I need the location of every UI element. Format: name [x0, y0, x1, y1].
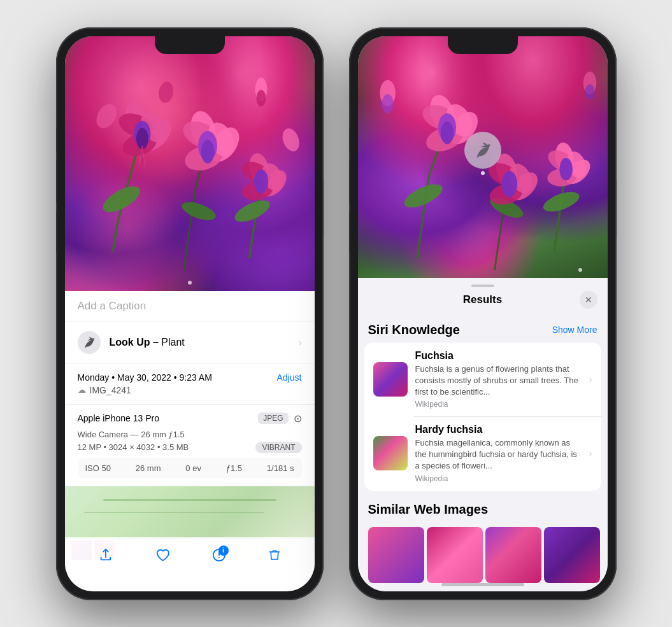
lookup-chevron: › [299, 337, 302, 348]
info-badge: i [218, 546, 229, 556]
mute-button[interactable] [56, 129, 57, 151]
right-notch [448, 36, 518, 54]
show-more-button[interactable]: Show More [552, 325, 597, 335]
vibrant-badge: VIBRANT [255, 442, 301, 453]
right-volume-up-button[interactable] [349, 161, 350, 202]
hardy-thumbnail [373, 436, 408, 470]
photo-area-right[interactable] [358, 36, 608, 278]
hardy-desc: Fuchsia magellanica, commonly known as t… [415, 437, 582, 472]
similar-images-title: Similar Web Images [368, 502, 489, 517]
exif-aperture: ƒ1.5 [226, 463, 242, 473]
trash-icon [268, 548, 281, 562]
bottom-toolbar: i [65, 539, 315, 571]
siri-knowledge-header: Siri Knowledge Show More [364, 316, 601, 342]
hardy-chevron: › [589, 448, 592, 458]
svg-point-55 [382, 94, 394, 113]
cloud-icon: ☁ [78, 385, 86, 395]
right-phone-screen: Results ✕ Siri Knowledge Show More [358, 36, 608, 591]
exif-shutter: 1/181 s [267, 463, 294, 473]
visual-lookup-button[interactable] [464, 132, 501, 169]
hardy-source: Wikipedia [415, 474, 582, 483]
home-indicator-right [441, 583, 524, 586]
results-panel: Results ✕ Siri Knowledge Show More [358, 278, 608, 591]
siri-knowledge-title: Siri Knowledge [368, 323, 460, 337]
home-indicator-left [148, 583, 231, 586]
page-indicator-right [578, 268, 582, 272]
page-indicator-left [188, 281, 192, 285]
caption-area[interactable]: Add a Caption [65, 291, 315, 322]
exif-focal: 26 mm [136, 463, 161, 473]
similar-image-4[interactable] [544, 527, 600, 583]
svg-point-19 [201, 139, 214, 163]
visual-lookup-dot [481, 171, 485, 175]
close-icon: ✕ [585, 295, 592, 305]
similar-image-2[interactable] [427, 527, 483, 583]
similar-image-3[interactable] [485, 527, 541, 583]
left-phone: Add a Caption Look Up – Plant › [56, 27, 324, 600]
meta-date: Monday • May 30, 2022 • 9:23 AM [78, 372, 212, 383]
right-mute-button[interactable] [349, 129, 350, 151]
device-badges: JPEG ⊙ [258, 412, 301, 425]
leaf-icon [83, 336, 96, 349]
fuchsia-chevron: › [589, 374, 592, 384]
similar-images-header: Similar Web Images [364, 496, 601, 522]
knowledge-card: Fuchsia Fuchsia is a genus of flowering … [364, 342, 601, 491]
info-button[interactable]: i [212, 548, 226, 562]
lookup-icon-circle [78, 331, 101, 354]
left-phone-screen: Add a Caption Look Up – Plant › [65, 36, 315, 591]
svg-point-2 [231, 196, 272, 226]
right-volume-down-button[interactable] [349, 212, 350, 253]
exif-ev: 0 ev [185, 463, 201, 473]
camera-details: Wide Camera — 26 mm ƒ1.5 [78, 430, 302, 439]
hardy-name: Hardy fuchsia [415, 424, 582, 435]
svg-point-30 [157, 80, 175, 104]
format-badge: JPEG [258, 412, 288, 424]
results-content: Siri Knowledge Show More Fuchsia Fuchsia… [358, 316, 608, 591]
svg-point-25 [254, 169, 268, 193]
similar-image-1[interactable] [368, 527, 424, 583]
exif-iso: ISO 50 [85, 463, 111, 473]
power-button[interactable] [323, 180, 324, 237]
svg-point-47 [501, 171, 517, 197]
info-badge-text: i [222, 547, 224, 554]
meta-date-row: Monday • May 30, 2022 • 9:23 AM Adjust [78, 372, 302, 383]
svg-point-1 [179, 198, 217, 223]
svg-point-29 [279, 125, 302, 153]
fuchsia-name: Fuchsia [415, 350, 582, 362]
lookup-row[interactable]: Look Up – Plant › [65, 322, 315, 363]
heart-icon [155, 548, 170, 562]
fuchsia-thumbnail [373, 362, 408, 397]
fuchsia-desc: Fuchsia is a genus of flowering plants t… [415, 363, 582, 398]
adjust-button[interactable]: Adjust [277, 372, 302, 383]
camera-settings-icon[interactable]: ⊙ [294, 412, 302, 425]
share-icon [99, 548, 113, 562]
favorite-button[interactable] [155, 548, 170, 562]
share-button[interactable] [99, 548, 113, 562]
svg-point-27 [256, 90, 266, 106]
right-phone: Results ✕ Siri Knowledge Show More [349, 27, 617, 600]
volume-up-button[interactable] [56, 161, 57, 202]
hardy-info: Hardy fuchsia Fuchsia magellanica, commo… [415, 424, 582, 483]
svg-point-53 [559, 157, 573, 180]
results-header: Results ✕ [358, 291, 608, 316]
caption-placeholder: Add a Caption [78, 300, 147, 312]
flower-illustration-left [65, 36, 315, 291]
meta-section: Monday • May 30, 2022 • 9:23 AM Adjust ☁… [65, 363, 315, 405]
volume-down-button[interactable] [56, 212, 57, 253]
results-title: Results [386, 293, 580, 306]
svg-point-28 [92, 100, 120, 132]
mp-text: 12 MP • 3024 × 4032 • 3.5 MB [78, 442, 189, 452]
results-handle[interactable] [471, 285, 494, 287]
mp-row: 12 MP • 3024 × 4032 • 3.5 MB VIBRANT [78, 442, 302, 453]
fuchsia-info: Fuchsia Fuchsia is a genus of flowering … [415, 350, 582, 409]
delete-button[interactable] [268, 548, 281, 562]
meta-filename: ☁ IMG_4241 [78, 385, 302, 395]
similar-images-row [364, 522, 601, 588]
photo-area-left[interactable] [65, 36, 315, 291]
device-section: Apple iPhone 13 Pro JPEG ⊙ Wide Camera —… [65, 405, 315, 486]
knowledge-item-hardy[interactable]: Hardy fuchsia Fuchsia magellanica, commo… [364, 416, 601, 491]
right-power-button[interactable] [616, 180, 617, 237]
knowledge-item-fuchsia[interactable]: Fuchsia Fuchsia is a genus of flowering … [364, 342, 601, 417]
exif-row: ISO 50 26 mm 0 ev ƒ1.5 1/181 s [78, 458, 302, 478]
close-button[interactable]: ✕ [580, 291, 597, 309]
